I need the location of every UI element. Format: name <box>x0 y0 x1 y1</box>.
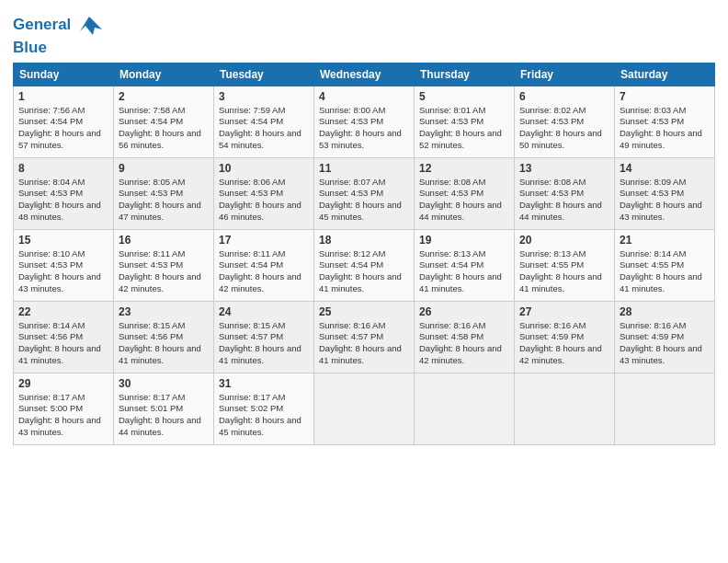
weekday-header-thursday: Thursday <box>415 63 515 86</box>
day-number: 28 <box>620 305 710 318</box>
calendar-cell: 28Sunrise: 8:16 AMSunset: 4:59 PMDayligh… <box>615 301 715 373</box>
calendar-cell <box>515 373 615 444</box>
day-info: Sunrise: 8:13 AMSunset: 4:54 PMDaylight:… <box>419 248 509 295</box>
calendar-cell: 29Sunrise: 8:17 AMSunset: 5:00 PMDayligh… <box>14 373 114 444</box>
calendar-cell: 4Sunrise: 8:00 AMSunset: 4:53 PMDaylight… <box>314 86 415 157</box>
calendar-cell: 9Sunrise: 8:05 AMSunset: 4:53 PMDaylight… <box>114 157 214 229</box>
svg-marker-0 <box>80 17 102 35</box>
day-info: Sunrise: 8:09 AMSunset: 4:53 PMDaylight:… <box>620 177 710 224</box>
day-info: Sunrise: 8:15 AMSunset: 4:56 PMDaylight:… <box>119 320 209 367</box>
calendar-cell: 1Sunrise: 7:56 AMSunset: 4:54 PMDaylight… <box>14 86 114 157</box>
day-number: 21 <box>620 234 710 247</box>
day-info: Sunrise: 8:16 AMSunset: 4:59 PMDaylight:… <box>620 320 710 367</box>
calendar-cell: 15Sunrise: 8:10 AMSunset: 4:53 PMDayligh… <box>14 229 114 301</box>
day-info: Sunrise: 8:17 AMSunset: 5:00 PMDaylight:… <box>18 392 108 439</box>
day-number: 1 <box>18 90 108 103</box>
calendar-week-4: 29Sunrise: 8:17 AMSunset: 5:00 PMDayligh… <box>14 373 715 444</box>
calendar-cell: 12Sunrise: 8:08 AMSunset: 4:53 PMDayligh… <box>415 157 515 229</box>
calendar-cell: 19Sunrise: 8:13 AMSunset: 4:54 PMDayligh… <box>415 229 515 301</box>
day-info: Sunrise: 8:16 AMSunset: 4:57 PMDaylight:… <box>319 320 409 367</box>
day-info: Sunrise: 8:16 AMSunset: 4:59 PMDaylight:… <box>519 320 609 367</box>
day-info: Sunrise: 7:58 AMSunset: 4:54 PMDaylight:… <box>119 105 209 152</box>
day-info: Sunrise: 8:05 AMSunset: 4:53 PMDaylight:… <box>119 177 209 224</box>
day-number: 26 <box>419 305 509 318</box>
day-number: 23 <box>119 305 209 318</box>
calendar-cell: 17Sunrise: 8:11 AMSunset: 4:54 PMDayligh… <box>214 229 314 301</box>
calendar-cell: 2Sunrise: 7:58 AMSunset: 4:54 PMDaylight… <box>114 86 214 157</box>
weekday-header-saturday: Saturday <box>615 63 715 86</box>
calendar-cell <box>415 373 515 444</box>
calendar-week-1: 8Sunrise: 8:04 AMSunset: 4:53 PMDaylight… <box>14 157 715 229</box>
calendar-cell: 22Sunrise: 8:14 AMSunset: 4:56 PMDayligh… <box>14 301 114 373</box>
day-info: Sunrise: 8:08 AMSunset: 4:53 PMDaylight:… <box>419 177 509 224</box>
day-number: 4 <box>319 90 409 103</box>
day-number: 18 <box>319 234 409 247</box>
day-number: 17 <box>219 234 309 247</box>
calendar-cell: 16Sunrise: 8:11 AMSunset: 4:53 PMDayligh… <box>114 229 214 301</box>
calendar-cell: 11Sunrise: 8:07 AMSunset: 4:53 PMDayligh… <box>314 157 415 229</box>
day-number: 6 <box>519 90 609 103</box>
day-info: Sunrise: 8:11 AMSunset: 4:54 PMDaylight:… <box>219 248 309 295</box>
calendar-cell: 8Sunrise: 8:04 AMSunset: 4:53 PMDaylight… <box>14 157 114 229</box>
day-number: 24 <box>219 305 309 318</box>
day-info: Sunrise: 8:01 AMSunset: 4:53 PMDaylight:… <box>419 105 509 152</box>
page-container: General Blue SundayMondayTuesdayWednesda… <box>0 0 728 454</box>
calendar-table: SundayMondayTuesdayWednesdayThursdayFrid… <box>13 63 715 445</box>
weekday-header-sunday: Sunday <box>14 63 114 86</box>
calendar-cell: 23Sunrise: 8:15 AMSunset: 4:56 PMDayligh… <box>114 301 214 373</box>
day-number: 2 <box>119 90 209 103</box>
calendar-cell: 13Sunrise: 8:08 AMSunset: 4:53 PMDayligh… <box>515 157 615 229</box>
day-number: 11 <box>319 162 409 175</box>
calendar-cell: 24Sunrise: 8:15 AMSunset: 4:57 PMDayligh… <box>214 301 314 373</box>
day-number: 7 <box>620 90 710 103</box>
day-info: Sunrise: 8:14 AMSunset: 4:56 PMDaylight:… <box>18 320 108 367</box>
day-info: Sunrise: 8:02 AMSunset: 4:53 PMDaylight:… <box>519 105 609 152</box>
day-number: 13 <box>519 162 609 175</box>
calendar-cell: 20Sunrise: 8:13 AMSunset: 4:55 PMDayligh… <box>515 229 615 301</box>
day-number: 19 <box>419 234 509 247</box>
day-number: 14 <box>620 162 710 175</box>
calendar-body: 1Sunrise: 7:56 AMSunset: 4:54 PMDaylight… <box>14 86 715 444</box>
calendar-cell: 14Sunrise: 8:09 AMSunset: 4:53 PMDayligh… <box>615 157 715 229</box>
day-info: Sunrise: 8:13 AMSunset: 4:55 PMDaylight:… <box>519 248 609 295</box>
day-info: Sunrise: 8:11 AMSunset: 4:53 PMDaylight:… <box>119 248 209 295</box>
day-info: Sunrise: 8:10 AMSunset: 4:53 PMDaylight:… <box>18 248 108 295</box>
calendar-cell: 31Sunrise: 8:17 AMSunset: 5:02 PMDayligh… <box>214 373 314 444</box>
calendar-cell <box>314 373 415 444</box>
calendar-cell: 10Sunrise: 8:06 AMSunset: 4:53 PMDayligh… <box>214 157 314 229</box>
calendar-week-0: 1Sunrise: 7:56 AMSunset: 4:54 PMDaylight… <box>14 86 715 157</box>
calendar-cell: 26Sunrise: 8:16 AMSunset: 4:58 PMDayligh… <box>415 301 515 373</box>
day-info: Sunrise: 8:15 AMSunset: 4:57 PMDaylight:… <box>219 320 309 367</box>
day-info: Sunrise: 8:17 AMSunset: 5:02 PMDaylight:… <box>219 392 309 439</box>
day-info: Sunrise: 8:04 AMSunset: 4:53 PMDaylight:… <box>18 177 108 224</box>
calendar-cell: 5Sunrise: 8:01 AMSunset: 4:53 PMDaylight… <box>415 86 515 157</box>
calendar-week-2: 15Sunrise: 8:10 AMSunset: 4:53 PMDayligh… <box>14 229 715 301</box>
day-info: Sunrise: 8:17 AMSunset: 5:01 PMDaylight:… <box>119 392 209 439</box>
day-number: 30 <box>119 377 209 390</box>
weekday-header-wednesday: Wednesday <box>314 63 415 86</box>
calendar-cell: 25Sunrise: 8:16 AMSunset: 4:57 PMDayligh… <box>314 301 415 373</box>
day-number: 29 <box>18 377 108 390</box>
day-number: 15 <box>18 234 108 247</box>
day-info: Sunrise: 8:14 AMSunset: 4:55 PMDaylight:… <box>620 248 710 295</box>
calendar-cell: 3Sunrise: 7:59 AMSunset: 4:54 PMDaylight… <box>214 86 314 157</box>
day-number: 9 <box>119 162 209 175</box>
day-info: Sunrise: 8:00 AMSunset: 4:53 PMDaylight:… <box>319 105 409 152</box>
day-info: Sunrise: 7:56 AMSunset: 4:54 PMDaylight:… <box>18 105 108 152</box>
logo-bird-icon <box>76 13 102 39</box>
calendar-week-3: 22Sunrise: 8:14 AMSunset: 4:56 PMDayligh… <box>14 301 715 373</box>
header: General Blue <box>13 9 715 57</box>
day-number: 22 <box>18 305 108 318</box>
calendar-cell: 7Sunrise: 8:03 AMSunset: 4:53 PMDaylight… <box>615 86 715 157</box>
calendar-cell: 6Sunrise: 8:02 AMSunset: 4:53 PMDaylight… <box>515 86 615 157</box>
day-number: 12 <box>419 162 509 175</box>
day-info: Sunrise: 8:08 AMSunset: 4:53 PMDaylight:… <box>519 177 609 224</box>
weekday-header-friday: Friday <box>515 63 615 86</box>
day-info: Sunrise: 8:03 AMSunset: 4:53 PMDaylight:… <box>620 105 710 152</box>
calendar-cell: 30Sunrise: 8:17 AMSunset: 5:01 PMDayligh… <box>114 373 214 444</box>
day-number: 16 <box>119 234 209 247</box>
logo-general: General <box>13 16 71 33</box>
day-number: 10 <box>219 162 309 175</box>
weekday-header-tuesday: Tuesday <box>214 63 314 86</box>
day-info: Sunrise: 7:59 AMSunset: 4:54 PMDaylight:… <box>219 105 309 152</box>
